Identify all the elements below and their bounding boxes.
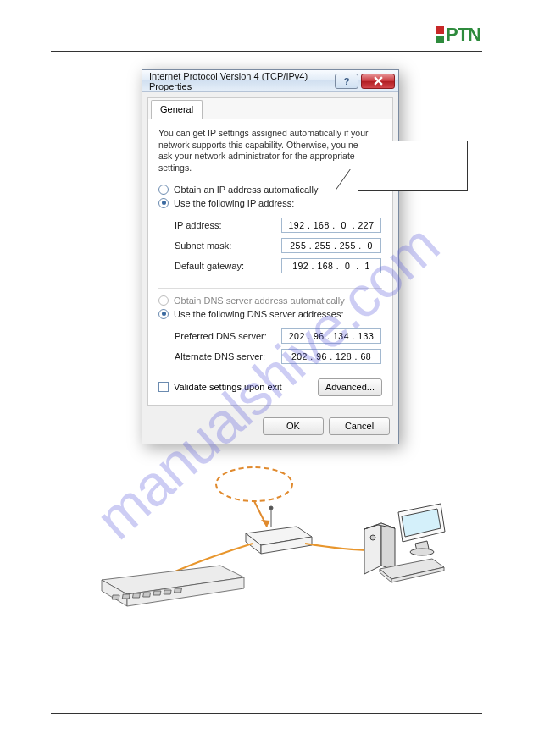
svg-rect-4: [112, 595, 119, 599]
ip-address-label: IP address:: [175, 220, 281, 230]
svg-point-12: [410, 549, 434, 555]
tab-label: General: [160, 104, 193, 114]
svg-point-3: [269, 506, 273, 510]
info-text: You can get IP settings assigned automat…: [158, 128, 382, 174]
network-illustration: [76, 466, 466, 626]
svg-rect-6: [132, 593, 140, 598]
ptn-logo: PTN: [436, 24, 480, 46]
radio-label: Obtain DNS server address automatically: [174, 295, 345, 306]
subnet-label: Subnet mask:: [175, 240, 281, 251]
field-subnet: Subnet mask:: [175, 238, 381, 253]
alt-dns-input[interactable]: [281, 349, 381, 364]
radio-label: Use the following DNS server addresses:: [174, 309, 344, 319]
ip-address-input[interactable]: [281, 218, 381, 233]
help-icon: ?: [344, 76, 350, 86]
field-alt-dns: Alternate DNS server:: [175, 349, 381, 364]
radio-icon: [158, 185, 169, 195]
page-rule-bottom: [51, 713, 482, 714]
callout-box: [358, 141, 468, 191]
radio-icon: [158, 309, 169, 319]
radio-obtain-dns: Obtain DNS server address automatically: [158, 295, 382, 306]
dialog-title: Internet Protocol Version 4 (TCP/IPv4) P…: [149, 71, 332, 91]
checkbox-icon: [158, 382, 169, 392]
subnet-input[interactable]: [281, 238, 381, 253]
advanced-button[interactable]: Advanced...: [318, 378, 382, 396]
tab-general[interactable]: General: [151, 100, 203, 119]
pref-dns-input[interactable]: [281, 328, 381, 344]
svg-rect-8: [153, 591, 161, 595]
close-button[interactable]: [361, 74, 395, 89]
field-pref-dns: Preferred DNS server:: [175, 328, 381, 344]
pref-dns-label: Preferred DNS server:: [175, 331, 281, 341]
svg-point-11: [370, 535, 375, 540]
alt-dns-label: Alternate DNS server:: [175, 351, 281, 361]
svg-point-0: [216, 467, 292, 501]
field-gateway: Default gateway:: [175, 258, 381, 273]
radio-label: Use the following IP address:: [174, 198, 294, 208]
gateway-label: Default gateway:: [175, 261, 281, 271]
gateway-input[interactable]: [281, 258, 381, 273]
radio-use-dns[interactable]: Use the following DNS server addresses:: [158, 309, 382, 319]
svg-rect-7: [143, 593, 151, 597]
ipv4-properties-dialog: Internet Protocol Version 4 (TCP/IPv4) P…: [142, 69, 399, 444]
validate-label: Validate settings upon exit: [174, 382, 282, 392]
dialog-footer: OK Cancel: [142, 411, 398, 444]
help-button[interactable]: ?: [335, 74, 358, 89]
validate-checkbox-row[interactable]: Validate settings upon exit: [158, 382, 282, 392]
dialog-body: General You can get IP settings assigned…: [147, 97, 393, 406]
svg-rect-9: [164, 590, 171, 594]
radio-icon: [158, 198, 169, 208]
svg-rect-10: [175, 588, 182, 593]
page-rule-top: [51, 51, 482, 52]
close-icon: [374, 76, 383, 86]
field-ip-address: IP address:: [175, 218, 381, 233]
svg-rect-5: [122, 594, 130, 599]
radio-icon: [158, 295, 169, 306]
tab-strip: General: [148, 98, 392, 119]
separator: [158, 288, 382, 289]
radio-label: Obtain an IP address automatically: [174, 185, 318, 195]
logo-text: PTN: [446, 24, 480, 46]
ok-button[interactable]: OK: [263, 417, 324, 435]
cancel-button[interactable]: Cancel: [329, 417, 390, 435]
title-bar: Internet Protocol Version 4 (TCP/IPv4) P…: [142, 70, 398, 92]
radio-use-ip[interactable]: Use the following IP address:: [158, 198, 382, 208]
